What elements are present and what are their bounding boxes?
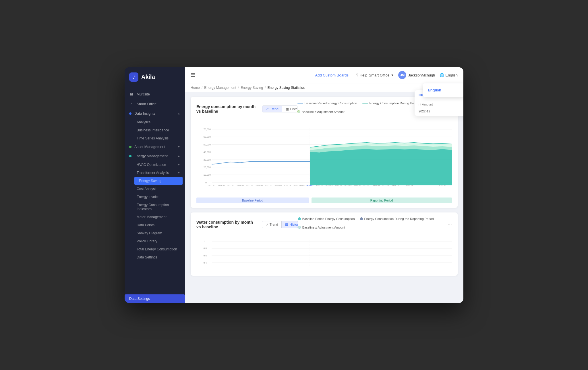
sidebar-item-label: Energy Saving xyxy=(139,179,161,183)
chart-periods: Baseline Period Reporting Period xyxy=(196,198,452,203)
water-legend-reporting: Energy Consumption During the Reporting … xyxy=(360,217,434,221)
sidebar-item-total-energy[interactable]: Total Energy Consumption xyxy=(132,245,185,253)
sidebar-item-data-settings[interactable]: Data Settings xyxy=(132,253,185,261)
svg-text:70,000: 70,000 xyxy=(204,128,211,131)
sidebar-item-hvac[interactable]: HVAC Optimization ▼ xyxy=(132,161,185,169)
sidebar-submenu-energy: HVAC Optimization ▼ Transformer Analysis… xyxy=(125,161,185,261)
water-chart-header: Water consumption by month vs baseline ↗… xyxy=(196,217,452,232)
user-name: JacksonMchugh xyxy=(408,73,435,77)
legend-adjustment: Baseline ± Adjustment Amount xyxy=(297,110,345,114)
user-profile[interactable]: JM JacksonMchugh xyxy=(398,71,435,79)
chevron-up-icon: ▲ xyxy=(177,112,180,115)
water-legend-row: Baseline Period Energy Consumption Energ… xyxy=(298,217,443,229)
sidebar-item-label: Cost Analysis xyxy=(137,187,157,191)
breadcrumb-sep-2: / xyxy=(238,86,239,90)
add-custom-boards-button[interactable]: Add Custom Boards xyxy=(315,73,349,77)
lang-option-english[interactable]: English xyxy=(423,86,463,95)
language-dropdown-panel: English xyxy=(423,83,463,97)
dot-icon xyxy=(129,155,131,157)
svg-text:2022-09: 2022-09 xyxy=(382,184,389,186)
legend-dot-icon xyxy=(298,226,301,229)
smart-office-label: Smart Office xyxy=(369,73,389,77)
logo-icon xyxy=(129,72,138,82)
hamburger-button[interactable]: ☰ xyxy=(191,72,195,78)
svg-text:20,000: 20,000 xyxy=(204,166,211,168)
reporting-period-bar: Reporting Period xyxy=(312,198,452,203)
water-chart-svg-wrapper: 1 0.8 0.6 0.4 xyxy=(196,235,452,271)
topbar-right: Add Custom Boards ? Help Smart Office ▼ … xyxy=(315,71,458,79)
globe-icon: 🌐 xyxy=(440,73,444,77)
sidebar-item-energy-management[interactable]: Energy Management ▲ xyxy=(125,152,185,161)
svg-text:60,000: 60,000 xyxy=(204,136,211,138)
sidebar-item-label: Multisite xyxy=(137,92,150,96)
svg-text:2022-06: 2022-06 xyxy=(354,184,361,186)
sidebar-item-data-points[interactable]: Data Points xyxy=(132,221,185,229)
language-selector[interactable]: 🌐 English xyxy=(440,73,458,77)
water-more-options-button[interactable]: ··· xyxy=(448,222,452,227)
chevron-right-icon: ▼ xyxy=(177,171,180,174)
breadcrumb-energy-saving[interactable]: Energy Saving xyxy=(241,86,263,90)
trend-tab[interactable]: ↗ Trend xyxy=(262,106,282,112)
sidebar-item-energy-consumption-indicators[interactable]: Energy Consumption Indicators xyxy=(132,201,185,213)
trend-icon: ↗ xyxy=(266,223,268,227)
sidebar-item-meter-management[interactable]: Meter Management xyxy=(132,213,185,221)
svg-text:2022-03: 2022-03 xyxy=(325,184,333,186)
water-trend-tab[interactable]: ↗ Trend xyxy=(262,221,282,228)
sidebar-item-multisite[interactable]: ⊞ Multisite xyxy=(125,89,185,99)
svg-text:2021-09: 2021-09 xyxy=(284,184,291,186)
water-chart-header-left: Water consumption by month vs baseline ↗… xyxy=(196,220,298,229)
sidebar-section: ⊞ Multisite ⌂ Smart Office Data Insights… xyxy=(125,87,185,264)
histogram-tab[interactable]: ▦ Histogram xyxy=(282,106,297,112)
sidebar-item-label: Energy Consumption Indicators xyxy=(137,203,180,211)
sidebar-item-label: Business Intelligence xyxy=(137,128,169,132)
sidebar-item-label: Energy Management xyxy=(134,154,168,158)
svg-text:2021-01: 2021-01 xyxy=(208,184,216,186)
user-avatar: JM xyxy=(398,71,406,79)
chevron-up-icon: ▲ xyxy=(177,154,180,158)
sidebar-item-business-intelligence[interactable]: Business Intelligence xyxy=(132,126,185,134)
sidebar-item-time-series[interactable]: Time Series Analysis xyxy=(132,134,185,142)
breadcrumb-sep-3: / xyxy=(265,86,266,90)
water-legend-adjustment: Baseline ± Adjustment Amount xyxy=(298,226,345,229)
sidebar-item-transformer[interactable]: Transformer Analysis ▼ xyxy=(132,169,185,177)
histogram-icon: ▦ xyxy=(285,223,288,227)
sidebar-logo: Akila xyxy=(125,67,185,87)
baseline-period-bar: Baseline Period xyxy=(196,198,309,203)
svg-text:2021-05: 2021-05 xyxy=(246,184,254,186)
sidebar-item-data-insights[interactable]: Data Insights ▲ xyxy=(125,109,185,118)
sidebar-item-asset-management[interactable]: Asset Management ▼ xyxy=(125,142,185,152)
sidebar-tooltip: Data Settings xyxy=(125,294,185,303)
sidebar-item-energy-saving[interactable]: Energy Saving xyxy=(134,177,183,185)
sidebar-item-cost-analysis[interactable]: Cost Analysis xyxy=(132,185,185,193)
sidebar-item-sankey[interactable]: Sankey Diagram xyxy=(132,229,185,237)
breadcrumb-home[interactable]: Home xyxy=(191,86,200,90)
app-name: Akila xyxy=(141,74,155,80)
sidebar-item-policy-library[interactable]: Policy Library xyxy=(132,237,185,245)
svg-text:0.4: 0.4 xyxy=(204,261,207,264)
sidebar-item-energy-invoice[interactable]: Energy Invoice xyxy=(132,193,185,201)
sidebar-item-analytics[interactable]: Analytics xyxy=(132,118,185,126)
svg-text:2021-08: 2021-08 xyxy=(274,184,282,186)
sidebar: Akila ⊞ Multisite ⌂ Smart Office Data In… xyxy=(125,67,185,303)
chevron-down-icon: ▼ xyxy=(177,145,180,148)
sidebar-item-label: Total Energy Consumption xyxy=(137,247,177,251)
app-container: Akila ⊞ Multisite ⌂ Smart Office Data In… xyxy=(125,67,463,303)
breadcrumb-energy-mgmt[interactable]: Energy Management xyxy=(204,86,236,90)
chevron-right-icon: ▼ xyxy=(177,163,180,166)
dot-icon xyxy=(129,146,131,148)
sidebar-item-smart-office[interactable]: ⌂ Smart Office xyxy=(125,99,185,109)
sidebar-item-label: Sankey Diagram xyxy=(137,231,162,235)
svg-text:2021-10: 2021-10 xyxy=(293,184,301,186)
sidebar-item-label: Energy Invoice xyxy=(137,195,159,199)
sidebar-item-label: Analytics xyxy=(137,120,150,124)
water-histogram-tab[interactable]: ▦ Histogram xyxy=(282,221,298,228)
svg-text:2022-05: 2022-05 xyxy=(344,184,352,186)
grid-icon: ⊞ xyxy=(129,92,134,97)
topbar: ☰ Add Custom Boards ? Help Smart Office … xyxy=(185,67,463,83)
svg-text:0.6: 0.6 xyxy=(204,254,207,257)
svg-text:40,000: 40,000 xyxy=(204,151,211,154)
help-smart-office-link[interactable]: ? Help Smart Office ▼ xyxy=(356,73,394,77)
svg-text:0: 0 xyxy=(205,181,207,184)
svg-text:1: 1 xyxy=(204,240,205,243)
svg-text:30,000: 30,000 xyxy=(204,158,211,161)
